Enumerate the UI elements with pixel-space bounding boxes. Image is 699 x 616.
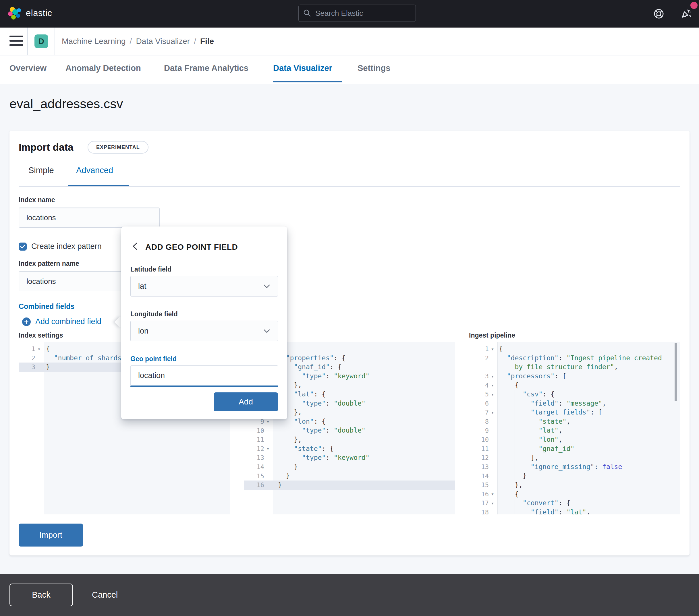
party-popper-icon <box>680 8 692 20</box>
code-line: 10 "type": "double" <box>244 426 455 435</box>
code-line: 13 "ignore_missing": false <box>469 463 680 472</box>
breadcrumb-separator: / <box>194 37 196 46</box>
ml-nav-tabs: Overview Anomaly Detection Data Frame An… <box>0 55 699 84</box>
breadcrumb: Machine Learning / Data Visualizer / Fil… <box>62 28 214 55</box>
index-name-label: Index name <box>19 196 55 204</box>
chevron-down-icon <box>263 327 271 335</box>
code-line: 7▾ "target_fields": [ <box>469 408 680 417</box>
latitude-field-select[interactable]: lat <box>130 276 278 296</box>
add-combined-field-link[interactable]: Add combined field <box>22 317 101 326</box>
index-name-input[interactable]: locations <box>19 207 160 228</box>
ingest-pipeline-editor[interactable]: 1▾{2 "description": "Ingest pipeline cre… <box>469 342 680 514</box>
code-line: 16} <box>244 481 455 490</box>
create-index-pattern-label: Create index pattern <box>31 242 102 251</box>
newsfeed-button[interactable] <box>680 8 692 20</box>
fold-arrow-icon[interactable]: ▾ <box>489 383 496 388</box>
ingest-pipeline-label: Ingest pipeline <box>469 332 515 339</box>
elastic-logo-icon <box>8 6 22 20</box>
code-line: 11 "gnaf_id" <box>469 444 680 454</box>
plus-circle-icon <box>22 318 31 326</box>
latitude-field-label: Latitude field <box>130 266 171 273</box>
code-line: 16▾ { <box>469 490 680 499</box>
index-settings-label: Index settings <box>19 332 63 339</box>
index-pattern-name-value: locations <box>26 277 56 286</box>
back-chevron-button[interactable] <box>130 241 140 251</box>
help-button[interactable] <box>652 8 665 20</box>
checkbox-checked-icon <box>19 243 27 251</box>
longitude-field-label: Longitude field <box>130 310 178 318</box>
add-combined-field-label: Add combined field <box>35 317 101 326</box>
breadcrumb-machine-learning[interactable]: Machine Learning <box>62 37 126 46</box>
code-line: 18 "field": "lat", <box>469 508 680 514</box>
search-icon <box>303 9 311 17</box>
code-line: 4▾ { <box>469 380 680 390</box>
code-line: 9 "lat", <box>469 426 680 435</box>
index-name-value: locations <box>26 213 56 222</box>
tab-overview[interactable]: Overview <box>10 64 47 73</box>
geo-point-field-value: location <box>138 371 165 380</box>
breadcrumb-file: File <box>200 37 214 46</box>
tab-simple[interactable]: Simple <box>28 166 54 175</box>
code-line: 15 } <box>244 471 455 481</box>
tab-data-frame-analytics[interactable]: Data Frame Analytics <box>164 64 248 73</box>
search-input[interactable]: Search Elastic <box>299 4 416 22</box>
code-line: 17▾ "convert": { <box>469 499 680 508</box>
breadcrumb-data-visualizer[interactable]: Data Visualizer <box>136 37 190 46</box>
code-line: 2 "description": "Ingest pipeline create… <box>469 354 680 363</box>
help-icon <box>652 8 665 20</box>
import-data-panel: Import data EXPERIMENTAL Simple Advanced… <box>10 131 689 555</box>
tabs-divider <box>19 186 680 187</box>
combined-fields-heading: Combined fields <box>19 302 75 311</box>
code-line: 5▾ "csv": { <box>469 390 680 399</box>
tab-anomaly-detection[interactable]: Anomaly Detection <box>65 64 141 73</box>
code-line: 11 }, <box>244 435 455 444</box>
menu-button[interactable] <box>10 36 23 46</box>
experimental-badge: EXPERIMENTAL <box>88 141 148 153</box>
fold-arrow-icon[interactable]: ▾ <box>489 347 496 351</box>
code-line: 3▾ "processors": [ <box>469 372 680 381</box>
add-geo-point-field-popup: ADD GEO POINT FIELD Latitude field lat L… <box>121 227 287 419</box>
code-line: 14 } <box>244 463 455 472</box>
code-line: 12▾ "state": { <box>244 444 455 454</box>
app-screen: elastic Search Elastic <box>0 0 699 616</box>
code-line: 1▾{ <box>469 345 680 354</box>
index-pattern-name-label: Index pattern name <box>19 260 79 268</box>
code-line: 14 } <box>469 471 680 481</box>
tab-advanced[interactable]: Advanced <box>76 166 113 175</box>
fold-arrow-icon[interactable]: ▾ <box>489 392 496 397</box>
fold-arrow-icon[interactable]: ▾ <box>489 374 496 379</box>
code-line: 10 "lon", <box>469 435 680 444</box>
fold-arrow-icon[interactable]: ▾ <box>264 446 272 451</box>
chevron-down-icon <box>263 282 271 290</box>
panel-heading: Import data <box>19 142 74 153</box>
longitude-field-select[interactable]: lon <box>130 321 278 341</box>
fold-arrow-icon[interactable]: ▾ <box>264 419 272 424</box>
page-title: eval_addresses.csv <box>10 96 123 111</box>
back-button[interactable]: Back <box>10 584 73 606</box>
tab-settings[interactable]: Settings <box>358 64 390 73</box>
bottom-bar: Back Cancel <box>0 574 699 616</box>
notification-dot <box>690 2 698 9</box>
breadcrumb-bar: D Machine Learning / Data Visualizer / F… <box>0 28 699 55</box>
create-index-pattern-checkbox[interactable]: Create index pattern <box>19 242 102 251</box>
popup-divider <box>130 260 279 260</box>
code-line: 6 "field": "message", <box>469 399 680 408</box>
popup-title: ADD GEO POINT FIELD <box>145 243 238 252</box>
search-placeholder: Search Elastic <box>315 9 363 18</box>
active-tab-underline <box>273 81 342 82</box>
geo-point-field-input[interactable]: location <box>130 365 278 387</box>
cancel-button[interactable]: Cancel <box>92 584 118 606</box>
tab-data-visualizer[interactable]: Data Visualizer <box>273 64 332 73</box>
elastic-logo[interactable]: elastic <box>8 6 52 20</box>
breadcrumb-separator: / <box>130 37 132 46</box>
fold-arrow-icon[interactable]: ▾ <box>489 410 496 415</box>
top-bar: elastic Search Elastic <box>0 0 699 28</box>
import-button[interactable]: Import <box>19 524 83 547</box>
longitude-field-value: lon <box>138 327 148 336</box>
fold-arrow-icon[interactable]: ▾ <box>489 492 496 496</box>
fold-arrow-icon[interactable]: ▾ <box>35 347 43 351</box>
code-line: 8 "state", <box>469 417 680 426</box>
add-button[interactable]: Add <box>214 392 278 411</box>
avatar[interactable]: D <box>35 35 48 48</box>
fold-arrow-icon[interactable]: ▾ <box>489 501 496 506</box>
